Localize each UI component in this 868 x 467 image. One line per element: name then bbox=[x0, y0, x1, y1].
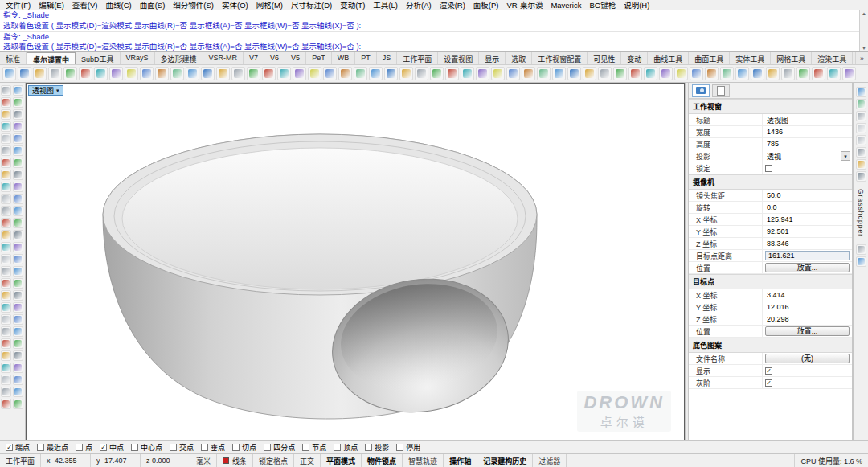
menu-item[interactable]: 工具(L) bbox=[369, 0, 402, 10]
status-toggle[interactable]: 正交 bbox=[294, 454, 321, 467]
side-tab-icon[interactable] bbox=[856, 159, 866, 170]
side-tab-icon[interactable] bbox=[856, 111, 866, 121]
toolbar-icon[interactable] bbox=[140, 67, 154, 80]
toolbar-tab[interactable]: 工作视窗配置 bbox=[532, 52, 588, 64]
checkbox-icon[interactable] bbox=[765, 165, 772, 172]
side-tab-icon[interactable] bbox=[856, 123, 866, 133]
sidebar-tool-icon[interactable] bbox=[13, 97, 23, 108]
menu-item[interactable]: 变动(T) bbox=[336, 0, 369, 10]
osnap-item[interactable]: 节点 bbox=[302, 442, 326, 453]
checkbox-icon[interactable]: ✓ bbox=[765, 379, 772, 387]
toolbar-icon[interactable] bbox=[598, 67, 612, 80]
toolbar-tab[interactable]: 标准 bbox=[0, 52, 27, 64]
osnap-item[interactable]: 中心点 bbox=[131, 442, 162, 453]
sidebar-tool-icon[interactable] bbox=[13, 230, 23, 240]
sidebar-tool-icon[interactable] bbox=[1, 399, 11, 409]
toolbar-icon[interactable] bbox=[506, 67, 520, 80]
toolbar-icon[interactable] bbox=[659, 67, 673, 80]
toolbar-icon[interactable] bbox=[827, 67, 841, 80]
sidebar-tool-icon[interactable] bbox=[1, 326, 11, 337]
sidebar-tool-icon[interactable] bbox=[1, 145, 11, 156]
checkbox-icon[interactable] bbox=[264, 444, 271, 451]
property-value[interactable]: 透视 bbox=[765, 151, 781, 162]
toolbar-icon[interactable] bbox=[2, 67, 16, 80]
property-value[interactable]: 20.298 bbox=[765, 315, 789, 323]
viewport-title[interactable]: 透视图 ▾ bbox=[28, 85, 63, 96]
sidebar-tool-icon[interactable] bbox=[13, 133, 23, 144]
sidebar-tool-icon[interactable] bbox=[13, 145, 23, 156]
toolbar-icon[interactable] bbox=[247, 67, 260, 80]
toolbar-tab[interactable]: 曲线工具 bbox=[648, 52, 689, 64]
osnap-item[interactable]: 顶点 bbox=[334, 442, 358, 453]
command-area[interactable]: 指令: _Shade选取着色设置 ( 显示模式(D)=渲染模式 显示曲线(R)=… bbox=[0, 10, 868, 52]
toolbar-icon[interactable] bbox=[155, 67, 169, 80]
osnap-item[interactable]: 点 bbox=[76, 442, 92, 453]
checkbox-icon[interactable] bbox=[131, 444, 138, 451]
sidebar-tool-icon[interactable] bbox=[1, 121, 11, 132]
property-button[interactable]: 放置... bbox=[765, 326, 850, 336]
menu-item[interactable]: BG键枪 bbox=[585, 0, 620, 10]
menu-item[interactable]: 编辑(E) bbox=[35, 0, 68, 10]
checkbox-icon[interactable]: ✓ bbox=[765, 367, 772, 375]
status-toggle[interactable]: 平面模式 bbox=[321, 454, 362, 467]
sidebar-tool-icon[interactable] bbox=[1, 158, 11, 168]
sidebar-tool-icon[interactable] bbox=[13, 242, 23, 252]
menu-item[interactable]: 实体(O) bbox=[218, 0, 252, 10]
toolbar-tab[interactable]: 桌尔谟置中 bbox=[27, 52, 76, 64]
checkbox-icon[interactable] bbox=[302, 444, 309, 451]
toolbar-icon[interactable] bbox=[690, 67, 703, 80]
toolbar-icon[interactable] bbox=[79, 67, 92, 80]
sidebar-tool-icon[interactable] bbox=[1, 278, 11, 289]
toolbar-tab[interactable]: 选取 bbox=[506, 52, 532, 64]
sidebar-tool-icon[interactable] bbox=[13, 182, 23, 192]
property-input[interactable]: 161.621 bbox=[765, 251, 850, 260]
toolbar-icon[interactable] bbox=[781, 67, 795, 80]
chevron-down-icon[interactable]: ▾ bbox=[841, 151, 850, 161]
toolbar-icon[interactable] bbox=[48, 67, 62, 80]
toolbar-tab[interactable]: VSR-MR bbox=[203, 52, 244, 64]
toolbar-tab[interactable]: 工作平面 bbox=[397, 52, 438, 64]
side-tab-icon[interactable] bbox=[856, 99, 866, 109]
toolbar-icon[interactable] bbox=[522, 67, 535, 80]
osnap-item[interactable]: 投影 bbox=[365, 442, 389, 453]
toolbar-tab[interactable]: WB bbox=[332, 52, 356, 64]
toolbar-icon[interactable] bbox=[842, 67, 856, 80]
cplane-button[interactable]: 工作平面 bbox=[0, 454, 41, 467]
toolbar-icon[interactable] bbox=[461, 67, 474, 80]
sidebar-tool-icon[interactable] bbox=[13, 218, 23, 228]
toolbar-icon[interactable] bbox=[720, 67, 734, 80]
menu-item[interactable]: 细分物件(S) bbox=[169, 0, 218, 10]
toolbar-icon[interactable] bbox=[812, 67, 825, 80]
toolbar-icon[interactable] bbox=[415, 67, 428, 80]
sidebar-tool-icon[interactable] bbox=[1, 254, 11, 264]
menu-item[interactable]: 尺寸标注(D) bbox=[287, 0, 336, 10]
sidebar-tool-icon[interactable] bbox=[1, 375, 11, 385]
toolbar-icon[interactable] bbox=[445, 67, 459, 80]
toolbar-icon[interactable] bbox=[186, 67, 199, 80]
property-value[interactable]: 0.0 bbox=[765, 203, 777, 211]
sidebar-tool-icon[interactable] bbox=[13, 278, 23, 289]
sidebar-tool-icon[interactable] bbox=[1, 109, 11, 120]
toolbar-icon[interactable] bbox=[293, 67, 306, 80]
menu-item[interactable]: Maverick bbox=[547, 1, 585, 10]
toolbar-icon[interactable] bbox=[201, 67, 215, 80]
toolbar-icon[interactable] bbox=[796, 67, 810, 80]
toolbar-icon[interactable] bbox=[705, 67, 719, 80]
property-value[interactable]: 92.501 bbox=[765, 227, 789, 236]
sidebar-tool-icon[interactable] bbox=[13, 85, 23, 96]
toolbar-tab[interactable]: 变动 bbox=[621, 52, 648, 64]
sidebar-tool-icon[interactable] bbox=[13, 206, 23, 216]
side-tab-icon[interactable] bbox=[856, 171, 866, 182]
sidebar-tool-icon[interactable] bbox=[1, 230, 11, 240]
osnap-item[interactable]: 垂点 bbox=[201, 442, 225, 453]
toolbar-icon[interactable] bbox=[430, 67, 444, 80]
toolbar-tab[interactable]: 实体工具 bbox=[730, 52, 771, 64]
property-value[interactable]: 透视图 bbox=[765, 115, 788, 125]
property-value[interactable]: 50.0 bbox=[765, 191, 781, 199]
toolbar-icon[interactable] bbox=[277, 67, 291, 80]
toolbar-tab[interactable]: 曲面工具 bbox=[689, 52, 730, 64]
toolbar-icon[interactable] bbox=[354, 67, 367, 80]
scroll-up-icon[interactable]: ▲ bbox=[862, 11, 866, 16]
toolbar-tab[interactable]: V6 bbox=[264, 52, 285, 64]
sidebar-tool-icon[interactable] bbox=[13, 350, 23, 361]
